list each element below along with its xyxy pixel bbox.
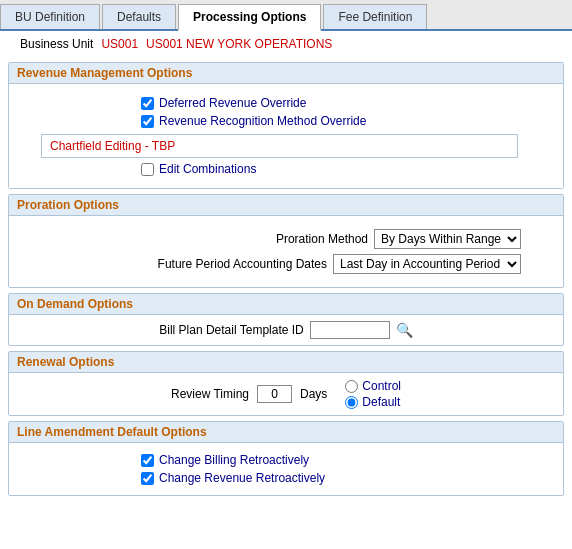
change-billing-row: Change Billing Retroactively bbox=[21, 453, 551, 467]
revenue-recognition-row: Revenue Recognition Method Override bbox=[21, 114, 551, 128]
edit-combinations-checkbox[interactable] bbox=[141, 163, 154, 176]
default-radio[interactable] bbox=[345, 396, 358, 409]
bill-plan-input[interactable] bbox=[310, 321, 390, 339]
future-period-label: Future Period Accounting Dates bbox=[158, 257, 327, 271]
tab-defaults[interactable]: Defaults bbox=[102, 4, 176, 29]
tab-bar: BU Definition Defaults Processing Option… bbox=[0, 0, 572, 31]
change-revenue-checkbox[interactable] bbox=[141, 472, 154, 485]
chartfield-box: Chartfield Editing - TBP bbox=[41, 134, 518, 158]
revenue-management-body: Deferred Revenue Override Revenue Recogn… bbox=[9, 84, 563, 188]
line-amendment-section: Line Amendment Default Options Change Bi… bbox=[8, 421, 564, 496]
default-radio-row: Default bbox=[345, 395, 401, 409]
proration-method-select[interactable]: By Days Within Range By Periods Equal Di… bbox=[374, 229, 521, 249]
control-radio-row: Control bbox=[345, 379, 401, 393]
review-timing-label: Review Timing bbox=[171, 387, 249, 401]
future-period-row: Future Period Accounting Dates Last Day … bbox=[21, 254, 551, 274]
business-unit-name: US001 NEW YORK OPERATIONS bbox=[146, 37, 332, 51]
renewal-section: Renewal Options Review Timing Days Contr… bbox=[8, 351, 564, 416]
on-demand-section: On Demand Options Bill Plan Detail Templ… bbox=[8, 293, 564, 346]
edit-combinations-label: Edit Combinations bbox=[159, 162, 256, 176]
edit-combinations-row: Edit Combinations bbox=[21, 162, 551, 176]
future-period-select[interactable]: Last Day in Accounting Period First Day … bbox=[333, 254, 521, 274]
deferred-revenue-checkbox[interactable] bbox=[141, 97, 154, 110]
revenue-management-section: Revenue Management Options Deferred Reve… bbox=[8, 62, 564, 189]
proration-method-label: Proration Method bbox=[276, 232, 368, 246]
proration-section: Proration Options Proration Method By Da… bbox=[8, 194, 564, 288]
amendment-body: Change Billing Retroactively Change Reve… bbox=[9, 443, 563, 495]
business-unit-code: US001 bbox=[101, 37, 138, 51]
deferred-revenue-row: Deferred Revenue Override bbox=[21, 96, 551, 110]
tab-bu-definition[interactable]: BU Definition bbox=[0, 4, 100, 29]
bill-plan-label: Bill Plan Detail Template ID bbox=[159, 323, 304, 337]
proration-header: Proration Options bbox=[9, 195, 563, 216]
deferred-revenue-label: Deferred Revenue Override bbox=[159, 96, 306, 110]
control-label: Control bbox=[362, 379, 401, 393]
days-label: Days bbox=[300, 387, 327, 401]
change-billing-checkbox[interactable] bbox=[141, 454, 154, 467]
proration-body: Proration Method By Days Within Range By… bbox=[9, 216, 563, 287]
change-revenue-label: Change Revenue Retroactively bbox=[159, 471, 325, 485]
business-unit-row: Business Unit US001 US001 NEW YORK OPERA… bbox=[0, 31, 572, 57]
revenue-management-header: Revenue Management Options bbox=[9, 63, 563, 84]
search-icon[interactable]: 🔍 bbox=[396, 322, 413, 338]
tab-processing-options[interactable]: Processing Options bbox=[178, 4, 321, 31]
review-timing-input[interactable] bbox=[257, 385, 292, 403]
proration-method-row: Proration Method By Days Within Range By… bbox=[21, 229, 551, 249]
change-billing-label: Change Billing Retroactively bbox=[159, 453, 309, 467]
control-radio[interactable] bbox=[345, 380, 358, 393]
on-demand-header: On Demand Options bbox=[9, 294, 563, 315]
business-unit-label: Business Unit bbox=[20, 37, 93, 51]
default-label: Default bbox=[362, 395, 400, 409]
renewal-header: Renewal Options bbox=[9, 352, 563, 373]
review-timing-row: Review Timing Days Control Default bbox=[21, 379, 551, 409]
tab-fee-definition[interactable]: Fee Definition bbox=[323, 4, 427, 29]
revenue-recognition-checkbox[interactable] bbox=[141, 115, 154, 128]
renewal-radio-group: Control Default bbox=[345, 379, 401, 409]
revenue-recognition-label: Revenue Recognition Method Override bbox=[159, 114, 366, 128]
line-amendment-header: Line Amendment Default Options bbox=[9, 422, 563, 443]
renewal-body: Review Timing Days Control Default bbox=[9, 373, 563, 415]
change-revenue-row: Change Revenue Retroactively bbox=[21, 471, 551, 485]
on-demand-body: Bill Plan Detail Template ID 🔍 bbox=[9, 315, 563, 345]
